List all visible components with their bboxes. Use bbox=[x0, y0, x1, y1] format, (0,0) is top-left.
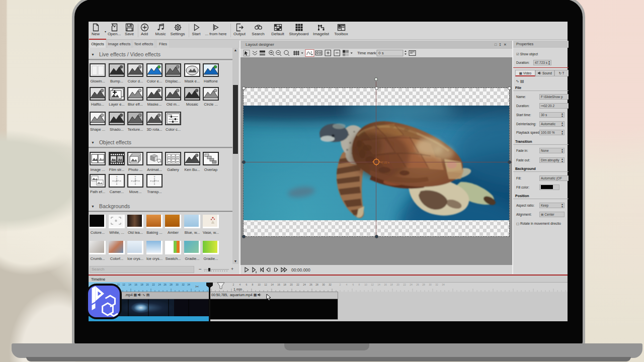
svg-text:14: 14 bbox=[128, 283, 131, 286]
svg-text:24: 24 bbox=[410, 283, 413, 286]
svg-text:22: 22 bbox=[403, 283, 406, 286]
svg-text:8: 8 bbox=[252, 283, 254, 286]
svg-text:26: 26 bbox=[416, 283, 419, 286]
svg-text:16: 16 bbox=[277, 283, 280, 286]
svg-text:2: 2 bbox=[340, 283, 341, 286]
svg-text:26: 26 bbox=[309, 283, 312, 286]
svg-text:12: 12 bbox=[122, 283, 125, 286]
svg-text:1 min: 1 min bbox=[233, 288, 242, 291]
svg-text:32: 32 bbox=[435, 283, 438, 286]
svg-text:32: 32 bbox=[182, 283, 185, 286]
svg-text:24: 24 bbox=[303, 283, 306, 286]
svg-text:32: 32 bbox=[329, 283, 332, 286]
svg-text:30: 30 bbox=[176, 283, 179, 286]
svg-text:10: 10 bbox=[258, 283, 261, 286]
svg-text:4: 4 bbox=[239, 283, 241, 286]
svg-text:47.22 s: 47.22 s bbox=[380, 161, 389, 164]
svg-text:24: 24 bbox=[158, 283, 161, 286]
svg-text:28: 28 bbox=[170, 283, 173, 286]
svg-text:6: 6 bbox=[353, 283, 354, 286]
svg-text:18: 18 bbox=[140, 283, 143, 286]
svg-text:28: 28 bbox=[315, 283, 318, 286]
svg-text:12: 12 bbox=[264, 283, 267, 286]
svg-text:2: 2 bbox=[233, 283, 234, 286]
svg-text:20: 20 bbox=[146, 283, 149, 286]
svg-text:34: 34 bbox=[187, 283, 190, 286]
svg-text:14: 14 bbox=[271, 283, 274, 286]
svg-text:12: 12 bbox=[371, 283, 374, 286]
svg-text:16: 16 bbox=[134, 283, 137, 286]
svg-text:30: 30 bbox=[322, 283, 325, 286]
svg-text:10: 10 bbox=[364, 283, 367, 286]
svg-text:4: 4 bbox=[346, 283, 348, 286]
svg-text:8: 8 bbox=[359, 283, 360, 286]
svg-text:22: 22 bbox=[296, 283, 299, 286]
svg-text:00:00.000: 00:00.000 bbox=[291, 267, 310, 273]
svg-text:16: 16 bbox=[384, 283, 387, 286]
svg-text:14: 14 bbox=[377, 283, 380, 286]
svg-text:18: 18 bbox=[390, 283, 393, 286]
svg-text:26: 26 bbox=[164, 283, 167, 286]
svg-text:22: 22 bbox=[152, 283, 155, 286]
svg-text:0 s: 0 s bbox=[378, 51, 384, 55]
svg-text:Time mark:: Time mark: bbox=[357, 51, 377, 55]
svg-text:30: 30 bbox=[429, 283, 432, 286]
svg-text:34: 34 bbox=[442, 283, 445, 286]
svg-text:20: 20 bbox=[290, 283, 293, 286]
svg-text:6: 6 bbox=[246, 283, 248, 286]
svg-text:20: 20 bbox=[396, 283, 399, 286]
svg-text:18: 18 bbox=[283, 283, 286, 286]
svg-text:28: 28 bbox=[422, 283, 425, 286]
